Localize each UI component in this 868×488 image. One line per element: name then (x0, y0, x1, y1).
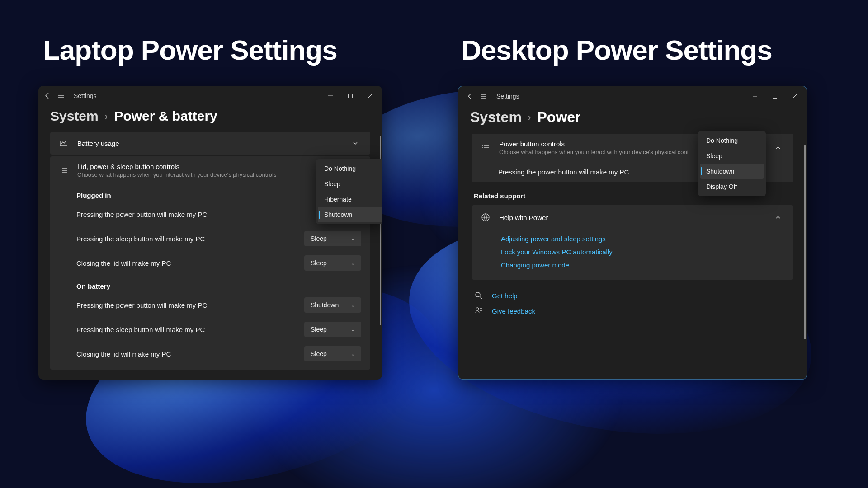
maximize-button[interactable] (340, 88, 360, 104)
svg-point-3 (476, 292, 480, 297)
option-value: Shutdown (311, 301, 339, 309)
option-value: Sleep (311, 350, 327, 357)
svg-rect-0 (349, 94, 353, 98)
on-battery-header: On battery (50, 275, 370, 293)
controls-title: Lid, power & sleep button controls (77, 163, 341, 170)
option-label: Pressing the sleep button will make my P… (76, 235, 205, 243)
chevron-down-icon: ⌄ (351, 327, 355, 333)
chevron-up-icon (772, 211, 784, 223)
give-feedback-row: Give feedback (472, 303, 793, 319)
feedback-icon (475, 307, 484, 315)
option-label: Pressing the power button will make my P… (498, 168, 629, 176)
dropdown-item-selected[interactable]: Shutdown (318, 207, 382, 222)
option-value: Sleep (311, 326, 327, 333)
help-with-power-card: Help with Power Adjusting power and slee… (472, 205, 793, 280)
chevron-up-icon (772, 142, 784, 154)
give-feedback-link[interactable]: Give feedback (492, 307, 535, 315)
dropdown-item[interactable]: Sleep (318, 176, 382, 192)
dropdown-item-selected[interactable]: Shutdown (700, 164, 764, 179)
chevron-right-icon: › (528, 112, 531, 122)
breadcrumb-page: Power (538, 109, 581, 126)
nav-icon[interactable] (57, 92, 65, 99)
option-value: Sleep (311, 235, 327, 242)
list-icon (481, 143, 491, 152)
close-button[interactable] (360, 88, 380, 104)
option-select[interactable]: Sleep ⌄ (304, 346, 361, 361)
breadcrumb-root[interactable]: System (50, 108, 99, 124)
dropdown-item[interactable]: Do Nothing (318, 161, 382, 176)
dropdown-item[interactable]: Do Nothing (700, 133, 764, 148)
help-link[interactable]: Changing power mode (501, 258, 784, 272)
svg-rect-1 (773, 94, 777, 99)
help-link[interactable]: Adjusting power and sleep settings (501, 232, 784, 245)
minimize-button[interactable] (321, 88, 340, 104)
related-support-label: Related support (50, 371, 370, 380)
settings-window-laptop: Settings System › Power & battery Batter… (38, 86, 382, 380)
globe-icon (481, 213, 491, 222)
lid-power-controls-card: Lid, power & sleep button controls Choos… (50, 156, 370, 370)
minimize-button[interactable] (745, 88, 765, 104)
option-row: Pressing the power button will make my P… (50, 293, 370, 317)
help-icon (475, 291, 484, 300)
chart-icon (59, 139, 69, 148)
breadcrumb: System › Power & battery (38, 106, 382, 132)
dropdown-menu: Do Nothing Sleep Hibernate Shutdown (316, 159, 382, 224)
settings-window-desktop: Settings System › Power Power button con… (458, 86, 807, 380)
help-title: Help with Power (499, 214, 764, 221)
chevron-down-icon (349, 137, 361, 149)
scrollbar-thumb[interactable] (804, 145, 806, 339)
option-label: Pressing the power button will make my P… (76, 211, 207, 218)
heading-desktop: Desktop Power Settings (461, 34, 772, 66)
app-title: Settings (496, 93, 519, 100)
option-label: Pressing the power button will make my P… (76, 301, 207, 309)
breadcrumb-root[interactable]: System (470, 109, 522, 126)
dropdown-item[interactable]: Hibernate (318, 192, 382, 207)
option-value: Sleep (311, 259, 327, 267)
battery-usage-label: Battery usage (77, 140, 341, 147)
battery-usage-card[interactable]: Battery usage (50, 132, 370, 155)
option-row: Pressing the sleep button will make my P… (50, 226, 370, 251)
option-label: Closing the lid will make my PC (76, 350, 171, 358)
get-help-link[interactable]: Get help (492, 292, 518, 300)
help-link[interactable]: Lock your Windows PC automatically (501, 245, 784, 258)
nav-icon[interactable] (480, 93, 487, 100)
controls-subtitle: Choose what happens when you interact wi… (77, 171, 341, 178)
list-icon (59, 166, 69, 175)
option-label: Closing the lid will make my PC (76, 259, 171, 267)
chevron-down-icon: ⌄ (351, 302, 355, 308)
option-select[interactable]: Sleep ⌄ (304, 231, 361, 246)
svg-point-4 (476, 308, 479, 310)
breadcrumb: System › Power (458, 106, 807, 134)
option-select[interactable]: Sleep ⌄ (304, 322, 361, 337)
option-row: Closing the lid will make my PC Sleep ⌄ (50, 342, 370, 370)
dropdown-item[interactable]: Sleep (700, 148, 764, 164)
option-row: Pressing the sleep button will make my P… (50, 317, 370, 342)
dropdown-menu: Do Nothing Sleep Shutdown Display Off (698, 131, 766, 196)
titlebar: Settings (458, 86, 807, 106)
maximize-button[interactable] (765, 88, 785, 104)
app-title: Settings (74, 92, 97, 99)
option-row: Closing the lid will make my PC Sleep ⌄ (50, 251, 370, 275)
dropdown-item[interactable]: Display Off (700, 179, 764, 194)
option-select[interactable]: Shutdown ⌄ (304, 297, 361, 313)
back-icon[interactable] (467, 93, 474, 100)
option-select[interactable]: Sleep ⌄ (304, 255, 361, 271)
chevron-down-icon: ⌄ (351, 236, 355, 242)
titlebar: Settings (38, 86, 382, 106)
chevron-down-icon: ⌄ (351, 260, 355, 266)
back-icon[interactable] (44, 92, 51, 99)
heading-laptop: Laptop Power Settings (43, 34, 337, 66)
help-header-row[interactable]: Help with Power (472, 205, 793, 230)
breadcrumb-page: Power & battery (114, 108, 217, 124)
option-label: Pressing the sleep button will make my P… (76, 326, 205, 333)
get-help-row: Get help (472, 288, 793, 303)
chevron-right-icon: › (105, 111, 108, 122)
close-button[interactable] (785, 88, 805, 104)
chevron-down-icon: ⌄ (351, 351, 355, 357)
